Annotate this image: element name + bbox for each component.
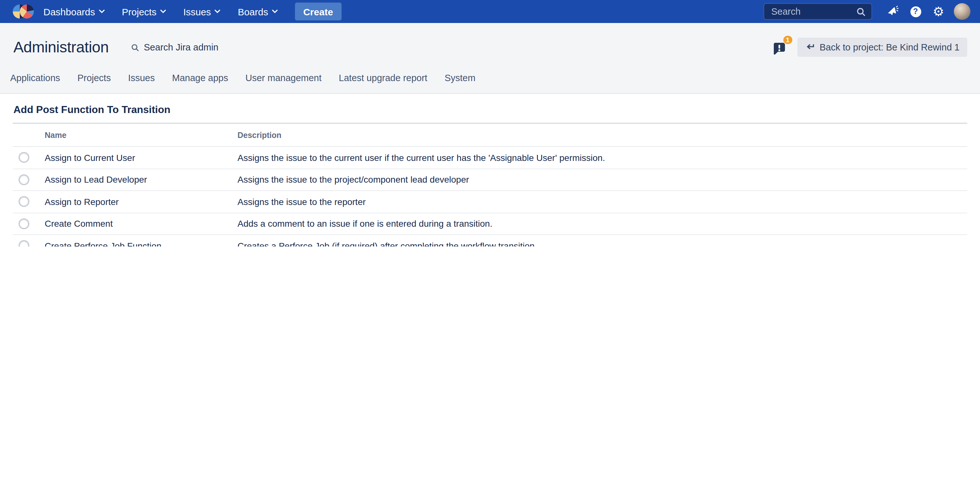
row-radio-cell [13, 240, 45, 247]
tab-applications[interactable]: Applications [10, 73, 60, 83]
chevron-down-icon [160, 10, 166, 13]
row-description: Assigns the issue to the reporter [237, 197, 967, 207]
help-icon[interactable]: ? [904, 0, 927, 23]
search-icon [856, 7, 866, 16]
create-button[interactable]: Create [295, 3, 341, 21]
table-rows-top: Assign to Current User Assigns the issue… [13, 147, 967, 247]
row-description: Adds a comment to an issue if one is ent… [237, 219, 967, 229]
table-row: Create Comment Adds a comment to an issu… [13, 213, 967, 235]
column-header-name: Name [45, 130, 237, 140]
nav-menu-item-label: Boards [238, 6, 268, 17]
back-button-label: Back to project: Be Kind Rewind 1 [820, 42, 959, 52]
admin-tabs: Applications Projects Issues Manage apps… [0, 63, 980, 93]
tab-user-management[interactable]: User management [245, 73, 322, 83]
settings-gear-icon[interactable]: ⚙ [927, 0, 950, 23]
section-title: Add Post Function To Transition [13, 94, 967, 124]
gear-glyph: ⚙ [933, 5, 944, 18]
back-arrow-icon [805, 43, 815, 51]
row-description: Creates a Perforce Job (if required) aft… [237, 241, 967, 247]
table-row: Assign to Lead Developer Assigns the iss… [13, 169, 967, 191]
row-name: Create Perforce Job Function [45, 241, 237, 247]
table-row: Create Perforce Job Function Creates a P… [13, 235, 967, 247]
search-icon [131, 43, 140, 51]
nav-menu-item-label: Projects [122, 6, 156, 17]
row-description: Assigns the issue to the current user if… [237, 153, 967, 163]
jira-admin-page: Dashboards Projects Issues Boards Create [0, 0, 980, 247]
column-header-description: Description [237, 130, 967, 140]
table-row: Assign to Reporter Assigns the issue to … [13, 191, 967, 213]
nav-menu-projects[interactable]: Projects [122, 6, 166, 17]
row-radio-cell [13, 152, 45, 163]
tab-latest-upgrade-report[interactable]: Latest upgrade report [339, 73, 427, 83]
back-to-project-button[interactable]: Back to project: Be Kind Rewind 1 [797, 38, 967, 57]
chevron-down-icon [272, 10, 278, 13]
tab-manage-apps[interactable]: Manage apps [172, 73, 228, 83]
row-radio-cell [13, 218, 45, 229]
row-description: Assigns the issue to the project/compone… [237, 175, 967, 185]
row-radio-button[interactable] [19, 174, 29, 185]
admin-search[interactable]: Search Jira admin [131, 42, 219, 52]
row-radio-cell [13, 174, 45, 185]
post-functions-table: Name Description Assign to Current User … [13, 124, 967, 247]
nav-search[interactable] [764, 3, 872, 20]
admin-header-top: Administration Search Jira admin 1 [0, 23, 980, 63]
row-name: Assign to Lead Developer [45, 175, 237, 185]
logo-circle-right [20, 5, 34, 19]
help-glyph: ? [910, 6, 921, 17]
search-input[interactable] [770, 6, 856, 17]
tab-issues[interactable]: Issues [128, 73, 155, 83]
main-content: Add Post Function To Transition Name Des… [0, 94, 980, 247]
row-radio-button[interactable] [19, 240, 29, 247]
admin-title: Administration [13, 38, 109, 56]
tab-projects[interactable]: Projects [77, 73, 111, 83]
nav-menu: Dashboards Projects Issues Boards [43, 6, 278, 17]
user-avatar[interactable] [954, 3, 970, 20]
row-name: Assign to Current User [45, 153, 237, 163]
row-radio-cell [13, 196, 45, 207]
chevron-down-icon [99, 10, 105, 13]
tab-system[interactable]: System [445, 73, 476, 83]
row-radio-button[interactable] [19, 196, 29, 207]
nav-menu-item-label: Dashboards [43, 6, 95, 17]
row-radio-button[interactable] [19, 152, 29, 163]
row-radio-button[interactable] [19, 218, 29, 229]
row-name: Assign to Reporter [45, 197, 237, 207]
feedback-bubble-icon[interactable]: 1 [771, 38, 789, 56]
row-name: Create Comment [45, 219, 237, 229]
megaphone-icon[interactable] [881, 0, 904, 23]
top-navbar: Dashboards Projects Issues Boards Create [0, 0, 980, 23]
table-row: Assign to Current User Assigns the issue… [13, 147, 967, 169]
chevron-down-icon [215, 10, 221, 13]
nav-menu-item-label: Issues [183, 6, 211, 17]
site-logo-icon[interactable] [13, 5, 34, 19]
admin-search-label: Search Jira admin [144, 42, 219, 52]
nav-menu-dashboards[interactable]: Dashboards [43, 6, 105, 17]
nav-menu-issues[interactable]: Issues [183, 6, 221, 17]
table-header-row: Name Description [13, 124, 967, 147]
nav-menu-boards[interactable]: Boards [238, 6, 278, 17]
notification-badge: 1 [783, 35, 793, 45]
admin-header: Administration Search Jira admin 1 [0, 23, 980, 94]
